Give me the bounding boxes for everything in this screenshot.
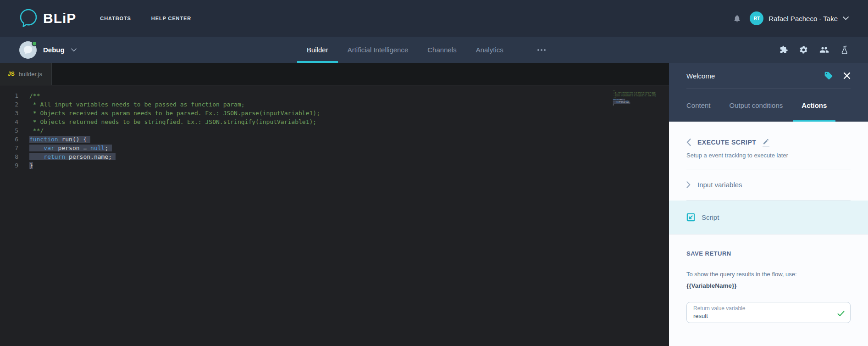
bot-name: Debug [43,46,65,54]
code-line: * Objects returned needs to be stringfie… [611,95,656,97]
panel-header: Welcome ContentOutput conditionsActions [669,63,868,122]
tab-builder[interactable]: Builder [297,37,338,63]
chevron-left-icon[interactable] [686,139,691,146]
line-number: 3 [0,109,18,117]
block-config-panel: Welcome ContentOutput conditionsActions … [669,63,868,346]
code-line: } [611,104,656,106]
tab-channels[interactable]: Channels [418,37,466,63]
line-number: 4 [0,117,18,126]
notifications-bell-icon[interactable] [733,14,741,23]
code-editor[interactable]: 1/**2 * All input variables needs to be … [0,85,669,346]
top-header: BLiP CHATBOTS HELP CENTER RT Rafael Pach… [0,0,868,37]
line-number: 6 [0,135,18,144]
team-members-icon[interactable] [819,45,829,55]
chevron-right-icon [686,181,691,188]
nav-chatbots[interactable]: CHATBOTS [100,16,131,21]
close-icon[interactable] [843,72,851,79]
action-title: EXECUTE SCRIPT [697,139,756,146]
user-menu[interactable]: RT Rafael Pacheco - Take [750,11,849,25]
code-line: 4 * Objects returned needs to be stringf… [0,117,669,126]
variable-name-template: {{VariableName}} [686,282,851,289]
nav-help-center[interactable]: HELP CENTER [151,16,191,21]
line-number: 5 [0,126,18,135]
code-line: 7 var person = null; [0,144,669,152]
editor-minimap[interactable]: /** * All input variables needs to be pa… [611,90,656,109]
return-value-input[interactable]: Return value variable result [686,302,851,323]
file-tab-label: builder.js [19,71,42,78]
bot-avatar-icon [19,41,37,59]
return-field-value: result [693,313,844,319]
save-return-title: SAVE RETURN [686,250,851,257]
line-number: 7 [0,144,18,152]
user-avatar: RT [750,11,763,25]
file-tab-builder-js[interactable]: JS builder.js [0,63,52,85]
check-icon [837,310,845,318]
code-line: 1/** [0,91,669,100]
save-return-hint: To show the query results in the flow, u… [686,271,851,278]
panel-tabs: ContentOutput conditionsActions [686,89,851,122]
input-variables-label: Input variables [697,181,742,189]
user-name: Rafael Pacheco - Take [768,15,838,22]
return-field-label: Return value variable [693,305,844,312]
code-line: 2 * All input variables needs to be pass… [0,100,669,109]
extensions-puzzle-icon[interactable] [779,45,788,55]
tab-analytics[interactable]: Analytics [466,37,513,63]
bot-navbar: Debug BuilderArtificial IntelligenceChan… [0,37,868,63]
panel-tab-output-conditions[interactable]: Output conditions [730,89,783,122]
navbar-tabs: BuilderArtificial IntelligenceChannelsAn… [297,37,513,63]
brand-text: BLiP [43,11,76,26]
settings-gear-icon[interactable] [799,45,808,55]
top-nav: CHATBOTS HELP CENTER [100,16,191,21]
blip-brand[interactable]: BLiP [19,8,76,28]
panel-body: EXECUTE SCRIPT Setup a event tracking to… [669,122,868,346]
line-number: 2 [0,100,18,109]
input-variables-toggle[interactable]: Input variables [686,169,851,201]
panel-tab-content[interactable]: Content [686,89,711,122]
script-icon [686,213,695,222]
tab-artificial-intelligence[interactable]: Artificial Intelligence [338,37,418,63]
editor-tabbar: JS builder.js [0,63,669,85]
action-subtitle: Setup a event tracking to execute later [686,152,851,159]
tag-icon[interactable] [824,71,833,80]
code-line: 9} [0,161,669,170]
script-section[interactable]: Script [669,201,868,234]
code-lines: 1/**2 * All input variables needs to be … [0,91,669,170]
line-number: 8 [0,152,18,161]
bot-selector[interactable]: Debug [19,41,77,59]
edit-pencil-icon[interactable] [763,138,769,146]
code-editor-pane: JS builder.js 1/**2 * All input variable… [0,63,669,346]
bot-status-dot [32,41,37,46]
code-line: 3 * Objects received as param needs to b… [0,109,669,117]
code-line: 6function run() { [0,135,669,144]
chevron-down-icon [71,48,77,52]
line-number: 1 [0,91,18,100]
blip-logo-icon [19,8,38,28]
script-label: Script [702,213,719,221]
line-number: 9 [0,161,18,170]
block-title: Welcome [686,72,715,80]
experiments-flask-icon[interactable] [840,45,849,55]
panel-tab-actions[interactable]: Actions [802,89,827,122]
more-options-icon[interactable] [531,37,552,63]
javascript-icon: JS [8,71,15,77]
code-line: 8 return person.name; [0,152,669,161]
code-line: 5 **/ [0,126,669,135]
chevron-down-icon [843,17,849,20]
